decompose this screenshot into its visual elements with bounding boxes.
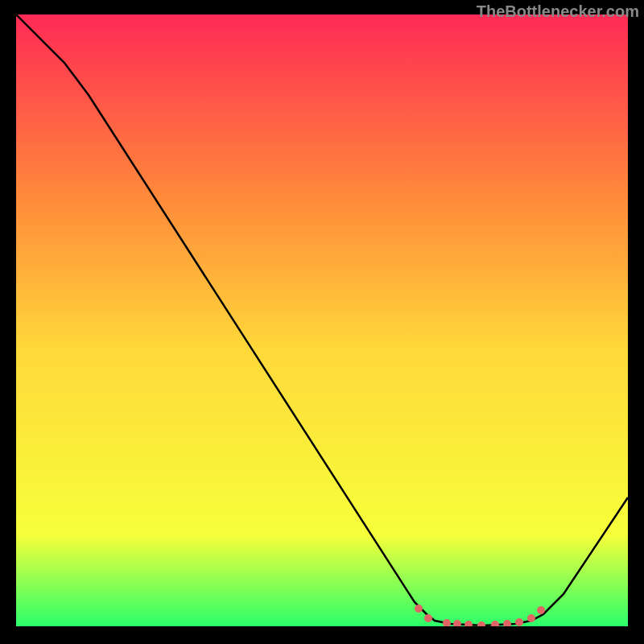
plot-area bbox=[16, 14, 628, 626]
marker-dot bbox=[537, 606, 545, 614]
plot-svg bbox=[16, 14, 628, 626]
marker-dot bbox=[424, 614, 432, 622]
marker-dot bbox=[415, 605, 423, 613]
gradient-bg bbox=[16, 14, 628, 626]
watermark-text: TheBottlenecker.com bbox=[477, 2, 639, 21]
marker-dot bbox=[527, 614, 535, 622]
chart-container: TheBottlenecker.com bbox=[0, 0, 644, 644]
marker-dot bbox=[515, 618, 523, 626]
